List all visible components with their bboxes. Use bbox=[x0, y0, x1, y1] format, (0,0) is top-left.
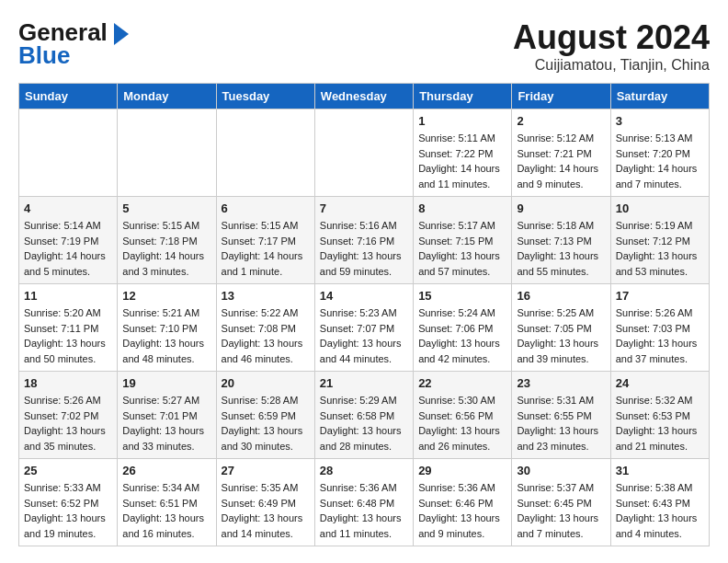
day-info: Sunrise: 5:15 AM Sunset: 7:18 PM Dayligh… bbox=[122, 218, 210, 279]
sunset-text: Sunset: 7:16 PM bbox=[320, 234, 408, 249]
calendar-cell: 25 Sunrise: 5:33 AM Sunset: 6:52 PM Dayl… bbox=[19, 459, 118, 546]
day-info: Sunrise: 5:26 AM Sunset: 7:02 PM Dayligh… bbox=[24, 393, 112, 454]
daylight-text: Daylight: 13 hours and 48 minutes. bbox=[122, 336, 210, 366]
day-info: Sunrise: 5:13 AM Sunset: 7:20 PM Dayligh… bbox=[616, 131, 704, 191]
sunrise-text: Sunrise: 5:12 AM bbox=[517, 131, 605, 146]
day-info: Sunrise: 5:35 AM Sunset: 6:49 PM Dayligh… bbox=[222, 480, 310, 541]
sunset-text: Sunset: 6:58 PM bbox=[320, 408, 408, 424]
calendar-cell: 18 Sunrise: 5:26 AM Sunset: 7:02 PM Dayl… bbox=[19, 372, 118, 459]
day-info: Sunrise: 5:16 AM Sunset: 7:16 PM Dayligh… bbox=[320, 218, 408, 279]
page-header: General Blue August 2024 Cuijiamatou, Ti… bbox=[18, 18, 710, 74]
sunset-text: Sunset: 7:11 PM bbox=[24, 321, 112, 337]
calendar-cell: 8 Sunrise: 5:17 AM Sunset: 7:15 PM Dayli… bbox=[414, 197, 512, 284]
daylight-text: Daylight: 14 hours and 1 minute. bbox=[222, 248, 310, 279]
daylight-text: Daylight: 13 hours and 11 minutes. bbox=[320, 511, 408, 541]
calendar-cell: 28 Sunrise: 5:36 AM Sunset: 6:48 PM Dayl… bbox=[314, 459, 413, 546]
daylight-text: Daylight: 13 hours and 42 minutes. bbox=[418, 336, 506, 366]
day-number: 10 bbox=[616, 201, 704, 215]
sunset-text: Sunset: 7:06 PM bbox=[418, 321, 506, 337]
day-info: Sunrise: 5:28 AM Sunset: 6:59 PM Dayligh… bbox=[222, 393, 310, 454]
calendar-cell: 29 Sunrise: 5:36 AM Sunset: 6:46 PM Dayl… bbox=[414, 459, 512, 546]
sunset-text: Sunset: 6:55 PM bbox=[517, 408, 605, 424]
day-number: 23 bbox=[517, 376, 605, 390]
day-number: 15 bbox=[418, 289, 506, 303]
calendar-cell: 12 Sunrise: 5:21 AM Sunset: 7:10 PM Dayl… bbox=[118, 284, 216, 372]
sunset-text: Sunset: 7:13 PM bbox=[517, 234, 605, 249]
location: Cuijiamatou, Tianjin, China bbox=[513, 57, 710, 74]
calendar-cell: 2 Sunrise: 5:12 AM Sunset: 7:21 PM Dayli… bbox=[512, 109, 610, 197]
sunrise-text: Sunrise: 5:35 AM bbox=[222, 480, 310, 496]
calendar-cell: 30 Sunrise: 5:37 AM Sunset: 6:45 PM Dayl… bbox=[512, 459, 610, 546]
sunrise-text: Sunrise: 5:14 AM bbox=[24, 218, 112, 234]
daylight-text: Daylight: 13 hours and 39 minutes. bbox=[517, 336, 605, 366]
sunrise-text: Sunrise: 5:26 AM bbox=[24, 393, 112, 408]
calendar-cell: 16 Sunrise: 5:25 AM Sunset: 7:05 PM Dayl… bbox=[512, 284, 610, 372]
sunset-text: Sunset: 7:21 PM bbox=[517, 146, 605, 162]
day-number: 5 bbox=[122, 201, 210, 215]
day-info: Sunrise: 5:31 AM Sunset: 6:55 PM Dayligh… bbox=[517, 393, 605, 454]
sunset-text: Sunset: 6:46 PM bbox=[418, 496, 506, 511]
sunrise-text: Sunrise: 5:16 AM bbox=[320, 218, 408, 234]
sunset-text: Sunset: 7:18 PM bbox=[122, 234, 210, 249]
sunrise-text: Sunrise: 5:26 AM bbox=[616, 305, 704, 321]
sunrise-text: Sunrise: 5:18 AM bbox=[517, 218, 605, 234]
calendar-week-row: 25 Sunrise: 5:33 AM Sunset: 6:52 PM Dayl… bbox=[19, 459, 710, 546]
day-info: Sunrise: 5:23 AM Sunset: 7:07 PM Dayligh… bbox=[320, 305, 408, 366]
day-number: 8 bbox=[418, 201, 506, 215]
calendar-cell: 7 Sunrise: 5:16 AM Sunset: 7:16 PM Dayli… bbox=[314, 197, 413, 284]
logo-arrow-icon bbox=[114, 23, 129, 45]
day-number: 30 bbox=[517, 464, 605, 477]
day-number: 7 bbox=[320, 201, 408, 215]
day-info: Sunrise: 5:14 AM Sunset: 7:19 PM Dayligh… bbox=[24, 218, 112, 279]
weekday-header-monday: Monday bbox=[118, 84, 216, 109]
day-number: 14 bbox=[320, 289, 408, 303]
daylight-text: Daylight: 13 hours and 21 minutes. bbox=[616, 423, 704, 454]
weekday-header-thursday: Thursday bbox=[414, 84, 512, 109]
day-number: 2 bbox=[517, 114, 605, 128]
logo: General Blue bbox=[18, 18, 129, 70]
weekday-header-friday: Friday bbox=[512, 84, 610, 109]
sunrise-text: Sunrise: 5:25 AM bbox=[517, 305, 605, 321]
calendar-cell: 17 Sunrise: 5:26 AM Sunset: 7:03 PM Dayl… bbox=[610, 284, 709, 372]
calendar-week-row: 18 Sunrise: 5:26 AM Sunset: 7:02 PM Dayl… bbox=[19, 372, 710, 459]
daylight-text: Daylight: 13 hours and 33 minutes. bbox=[122, 423, 210, 454]
day-info: Sunrise: 5:26 AM Sunset: 7:03 PM Dayligh… bbox=[616, 305, 704, 366]
calendar-cell: 10 Sunrise: 5:19 AM Sunset: 7:12 PM Dayl… bbox=[610, 197, 709, 284]
calendar-table: SundayMondayTuesdayWednesdayThursdayFrid… bbox=[18, 83, 710, 546]
day-number: 11 bbox=[24, 289, 112, 303]
day-info: Sunrise: 5:27 AM Sunset: 7:01 PM Dayligh… bbox=[122, 393, 210, 454]
day-number: 18 bbox=[24, 376, 112, 390]
sunrise-text: Sunrise: 5:27 AM bbox=[122, 393, 210, 408]
day-number: 20 bbox=[222, 376, 310, 390]
day-info: Sunrise: 5:37 AM Sunset: 6:45 PM Dayligh… bbox=[517, 480, 605, 541]
daylight-text: Daylight: 13 hours and 53 minutes. bbox=[616, 248, 704, 279]
sunset-text: Sunset: 6:43 PM bbox=[616, 496, 704, 511]
sunset-text: Sunset: 7:15 PM bbox=[418, 234, 506, 249]
weekday-header-tuesday: Tuesday bbox=[216, 84, 314, 109]
sunset-text: Sunset: 7:20 PM bbox=[616, 146, 704, 162]
calendar-week-row: 1 Sunrise: 5:11 AM Sunset: 7:22 PM Dayli… bbox=[19, 109, 710, 197]
day-number: 3 bbox=[616, 114, 704, 128]
sunrise-text: Sunrise: 5:36 AM bbox=[418, 480, 506, 496]
calendar-cell bbox=[19, 109, 118, 197]
daylight-text: Daylight: 13 hours and 14 minutes. bbox=[222, 511, 310, 541]
daylight-text: Daylight: 14 hours and 9 minutes. bbox=[517, 161, 605, 191]
day-info: Sunrise: 5:18 AM Sunset: 7:13 PM Dayligh… bbox=[517, 218, 605, 279]
day-number: 12 bbox=[122, 289, 210, 303]
day-info: Sunrise: 5:12 AM Sunset: 7:21 PM Dayligh… bbox=[517, 131, 605, 191]
daylight-text: Daylight: 13 hours and 59 minutes. bbox=[320, 248, 408, 279]
day-info: Sunrise: 5:22 AM Sunset: 7:08 PM Dayligh… bbox=[222, 305, 310, 366]
calendar-week-row: 4 Sunrise: 5:14 AM Sunset: 7:19 PM Dayli… bbox=[19, 197, 710, 284]
day-number: 31 bbox=[616, 464, 704, 477]
calendar-cell: 3 Sunrise: 5:13 AM Sunset: 7:20 PM Dayli… bbox=[610, 109, 709, 197]
daylight-text: Daylight: 13 hours and 16 minutes. bbox=[122, 511, 210, 541]
sunset-text: Sunset: 7:07 PM bbox=[320, 321, 408, 337]
daylight-text: Daylight: 13 hours and 7 minutes. bbox=[517, 511, 605, 541]
weekday-header-row: SundayMondayTuesdayWednesdayThursdayFrid… bbox=[19, 84, 710, 109]
sunset-text: Sunset: 7:03 PM bbox=[616, 321, 704, 337]
daylight-text: Daylight: 13 hours and 50 minutes. bbox=[24, 336, 112, 366]
day-info: Sunrise: 5:33 AM Sunset: 6:52 PM Dayligh… bbox=[24, 480, 112, 541]
sunset-text: Sunset: 7:08 PM bbox=[222, 321, 310, 337]
sunset-text: Sunset: 7:02 PM bbox=[24, 408, 112, 424]
calendar-cell: 22 Sunrise: 5:30 AM Sunset: 6:56 PM Dayl… bbox=[414, 372, 512, 459]
